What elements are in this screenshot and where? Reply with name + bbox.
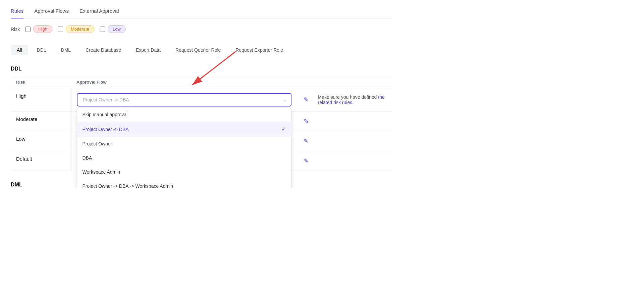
edit-button-moderate[interactable]: ✎ xyxy=(302,116,310,126)
dropdown-item-dba[interactable]: DBA xyxy=(77,151,291,165)
risk-filter-label: Risk xyxy=(11,27,20,32)
info-text-label: Make sure you have defined xyxy=(318,94,378,100)
dropdown-item-workspace-admin[interactable]: Workspace Admin xyxy=(77,165,291,179)
approval-dropdown-menu: Skip manual approval Project Owner -> DB… xyxy=(77,107,291,188)
risk-cell-moderate: Moderate xyxy=(11,112,71,131)
category-tabs: All DDL DML Create Database Export Data … xyxy=(11,40,392,62)
action-cell-high-inner: ✎ Make sure you have defined the related… xyxy=(302,93,387,105)
risk-option-low[interactable]: Low xyxy=(100,25,126,33)
check-icon: ✓ xyxy=(281,126,286,132)
risk-filter: Risk High Moderate Low xyxy=(11,18,392,40)
action-cell-low: ✎ xyxy=(297,131,392,151)
tab-external-approval[interactable]: External Approval xyxy=(79,5,119,18)
col-actions xyxy=(297,76,392,88)
risk-checkbox-high[interactable] xyxy=(25,27,31,32)
edit-button-low[interactable]: ✎ xyxy=(302,136,310,146)
edit-button-high[interactable]: ✎ xyxy=(302,95,310,105)
action-cell-default: ✎ xyxy=(297,151,392,171)
risk-badge-high: High xyxy=(33,25,52,33)
chevron-down-icon: ⌄ xyxy=(283,97,287,102)
dropdown-item-label: Project Owner -> DBA xyxy=(83,127,129,132)
cat-tab-request-querier-role[interactable]: Request Querier Role xyxy=(169,45,227,55)
dropdown-item-project-owner-dba[interactable]: Project Owner -> DBA ✓ xyxy=(77,122,291,137)
dropdown-item-project-owner[interactable]: Project Owner xyxy=(77,137,291,151)
dropdown-item-full-chain[interactable]: Project Owner -> DBA -> Workspace Admin xyxy=(77,179,291,188)
rules-table: Risk Approval Flow High xyxy=(11,76,392,171)
cat-tab-dml[interactable]: DML xyxy=(55,45,77,55)
cat-tab-export-data[interactable]: Export Data xyxy=(130,45,167,55)
dropdown-item-skip[interactable]: Skip manual approval xyxy=(77,107,291,122)
top-tabs: Rules Approval Flows External Approval xyxy=(11,0,392,18)
risk-badge-low: Low xyxy=(108,25,126,33)
approval-cell-high: Project Owner -> DBA ⌄ Skip manual appro… xyxy=(71,88,297,112)
risk-checkbox-moderate[interactable] xyxy=(58,27,63,32)
col-approval-flow: Approval Flow xyxy=(71,76,297,88)
table-row: High Pr xyxy=(11,88,392,112)
risk-cell-default: Default xyxy=(11,151,71,171)
cat-tab-create-database[interactable]: Create Database xyxy=(79,45,127,55)
col-risk: Risk xyxy=(11,76,71,88)
risk-cell-low: Low xyxy=(11,131,71,151)
edit-button-default[interactable]: ✎ xyxy=(302,156,310,166)
ddl-section-title: DDL xyxy=(11,62,392,72)
ddl-section: DDL Risk Approval Flow High xyxy=(11,62,392,171)
action-cell-moderate: ✎ xyxy=(297,112,392,131)
approval-select-value: Project Owner -> DBA xyxy=(83,97,129,102)
approval-select-wrapper-high: Project Owner -> DBA ⌄ Skip manual appro… xyxy=(77,93,291,106)
risk-badge-moderate: Moderate xyxy=(66,25,94,33)
tab-rules[interactable]: Rules xyxy=(11,5,23,18)
cat-tab-request-exporter-role[interactable]: Request Exporter Role xyxy=(229,45,289,55)
risk-option-moderate[interactable]: Moderate xyxy=(58,25,94,33)
info-text-high: Make sure you have defined the related r… xyxy=(313,94,387,105)
action-cell-high: ✎ Make sure you have defined the related… xyxy=(297,88,392,112)
cat-tab-all[interactable]: All xyxy=(11,45,28,55)
risk-checkbox-low[interactable] xyxy=(100,27,105,32)
risk-cell-high: High xyxy=(11,88,71,112)
cat-tab-ddl[interactable]: DDL xyxy=(31,45,52,55)
risk-option-high[interactable]: High xyxy=(25,25,52,33)
tab-approval-flows[interactable]: Approval Flows xyxy=(34,5,69,18)
approval-select-high[interactable]: Project Owner -> DBA ⌄ xyxy=(77,93,291,106)
